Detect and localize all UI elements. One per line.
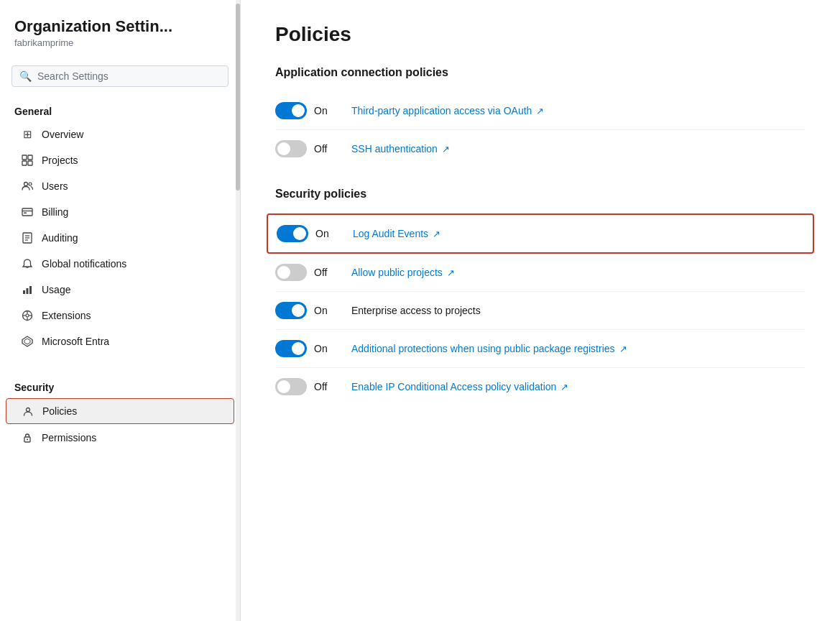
sidebar-item-permissions[interactable]: Permissions bbox=[6, 426, 234, 450]
policy-row-additional-protections: On Additional protections when using pub… bbox=[275, 330, 806, 368]
policy-row-log-audit: On Log Audit Events ↗ bbox=[267, 213, 814, 254]
sidebar-item-global-notifications[interactable]: Global notifications bbox=[6, 252, 234, 276]
sidebar-item-label: Projects bbox=[42, 155, 78, 166]
permissions-icon bbox=[20, 431, 34, 445]
toggle-enterprise-access[interactable] bbox=[275, 302, 307, 319]
sidebar-item-label: Billing bbox=[42, 206, 68, 218]
svg-rect-3 bbox=[28, 161, 32, 165]
policy-row-oauth: On Third-party application access via OA… bbox=[275, 92, 806, 130]
toggle-log-audit[interactable] bbox=[277, 225, 308, 242]
svg-rect-15 bbox=[29, 286, 32, 294]
toggle-label-enterprise-access: On bbox=[314, 305, 334, 316]
security-policies-section: Security policies On Log Audit Events ↗ … bbox=[275, 188, 806, 405]
policy-name-public-projects[interactable]: Allow public projects ↗ bbox=[351, 267, 455, 278]
billing-icon bbox=[20, 205, 34, 219]
toggle-knob-log-audit bbox=[293, 227, 306, 240]
policy-name-log-audit[interactable]: Log Audit Events ↗ bbox=[353, 228, 440, 239]
svg-point-17 bbox=[26, 314, 29, 317]
search-placeholder: Search Settings bbox=[37, 70, 109, 82]
sidebar-item-label: Permissions bbox=[42, 432, 96, 443]
sidebar-item-usage[interactable]: Usage bbox=[6, 277, 234, 302]
scrollbar-thumb[interactable] bbox=[236, 4, 240, 190]
microsoft-entra-icon bbox=[20, 334, 34, 349]
sidebar-item-label: Users bbox=[42, 180, 68, 192]
toggle-label-oauth: On bbox=[314, 105, 334, 116]
sidebar-item-overview[interactable]: ⊞ Overview bbox=[6, 122, 234, 147]
toggle-knob-additional-protections bbox=[292, 342, 305, 355]
search-box[interactable]: 🔍 Search Settings bbox=[11, 65, 229, 87]
svg-rect-1 bbox=[28, 155, 32, 160]
svg-rect-2 bbox=[22, 161, 27, 165]
policy-name-oauth[interactable]: Third-party application access via OAuth… bbox=[351, 105, 544, 116]
link-icon-oauth: ↗ bbox=[536, 106, 544, 116]
sidebar-item-billing[interactable]: Billing bbox=[6, 200, 234, 224]
security-policies-section-title: Security policies bbox=[275, 188, 806, 201]
users-icon bbox=[20, 179, 34, 193]
sidebar-item-label: Extensions bbox=[42, 310, 91, 321]
policies-icon bbox=[21, 404, 35, 418]
svg-rect-0 bbox=[22, 155, 27, 160]
sidebar-item-label: Global notifications bbox=[42, 258, 126, 270]
general-section-label: General bbox=[0, 98, 240, 121]
policy-name-ip-conditional[interactable]: Enable IP Conditional Access policy vali… bbox=[351, 381, 568, 392]
toggle-knob-public-projects bbox=[277, 266, 290, 279]
toggle-label-public-projects: Off bbox=[314, 267, 334, 278]
sidebar-item-policies[interactable]: Policies bbox=[6, 398, 234, 424]
link-icon-ip-conditional: ↗ bbox=[560, 382, 568, 392]
svg-rect-6 bbox=[22, 208, 32, 216]
toggle-label-additional-protections: On bbox=[314, 343, 334, 354]
toggle-ip-conditional[interactable] bbox=[275, 378, 307, 395]
sidebar-header: Organization Settin... fabrikamprime bbox=[0, 12, 240, 60]
scrollbar-track[interactable] bbox=[236, 0, 240, 621]
svg-rect-14 bbox=[27, 288, 29, 294]
link-icon-public-projects: ↗ bbox=[447, 267, 455, 278]
main-content: Policies Application connection policies… bbox=[241, 0, 840, 621]
security-section-label: Security bbox=[0, 374, 240, 397]
sidebar-item-microsoft-entra[interactable]: Microsoft Entra bbox=[6, 329, 234, 354]
toggle-label-ip-conditional: Off bbox=[314, 381, 334, 392]
toggle-knob-ip-conditional bbox=[277, 380, 290, 393]
svg-marker-23 bbox=[24, 339, 30, 344]
toggle-oauth[interactable] bbox=[275, 102, 307, 119]
toggle-ssh[interactable] bbox=[275, 140, 307, 157]
app-connection-section: Application connection policies On Third… bbox=[275, 66, 806, 167]
svg-rect-8 bbox=[24, 213, 27, 214]
sidebar-item-projects[interactable]: Projects bbox=[6, 148, 234, 172]
link-icon-additional-protections: ↗ bbox=[619, 344, 627, 354]
svg-marker-22 bbox=[22, 336, 32, 346]
org-title: Organization Settin... bbox=[14, 17, 226, 36]
search-icon: 🔍 bbox=[19, 70, 32, 82]
svg-point-24 bbox=[27, 408, 30, 412]
org-subtitle: fabrikamprime bbox=[14, 37, 226, 48]
toggle-knob-oauth bbox=[292, 104, 305, 117]
page-title: Policies bbox=[275, 23, 806, 46]
sidebar-item-label: Usage bbox=[42, 284, 70, 295]
policy-name-additional-protections[interactable]: Additional protections when using public… bbox=[351, 343, 627, 354]
usage-icon bbox=[20, 282, 34, 297]
projects-icon bbox=[20, 153, 34, 167]
policy-row-enterprise-access: On Enterprise access to projects bbox=[275, 292, 806, 330]
link-icon-ssh: ↗ bbox=[442, 144, 450, 155]
sidebar-item-users[interactable]: Users bbox=[6, 174, 234, 198]
link-icon-log-audit: ↗ bbox=[433, 229, 440, 239]
sidebar: Organization Settin... fabrikamprime 🔍 S… bbox=[0, 0, 241, 621]
svg-point-4 bbox=[24, 183, 28, 186]
svg-point-5 bbox=[29, 183, 32, 185]
toggle-knob-ssh bbox=[277, 142, 290, 155]
toggle-additional-protections[interactable] bbox=[275, 340, 307, 357]
sidebar-item-extensions[interactable]: Extensions bbox=[6, 303, 234, 328]
svg-rect-13 bbox=[23, 290, 25, 294]
toggle-public-projects[interactable] bbox=[275, 264, 307, 281]
overview-icon: ⊞ bbox=[20, 127, 34, 142]
sidebar-item-label: Overview bbox=[42, 129, 83, 140]
toggle-label-log-audit: On bbox=[315, 228, 336, 239]
policy-name-ssh[interactable]: SSH authentication ↗ bbox=[351, 143, 450, 155]
toggle-knob-enterprise-access bbox=[292, 304, 305, 317]
policy-name-enterprise-access[interactable]: Enterprise access to projects bbox=[351, 305, 481, 316]
extensions-icon bbox=[20, 308, 34, 323]
sidebar-item-label: Policies bbox=[42, 405, 77, 417]
policy-row-ip-conditional: Off Enable IP Conditional Access policy … bbox=[275, 368, 806, 405]
notifications-icon bbox=[20, 257, 34, 271]
svg-point-26 bbox=[27, 439, 28, 441]
sidebar-item-auditing[interactable]: Auditing bbox=[6, 226, 234, 250]
